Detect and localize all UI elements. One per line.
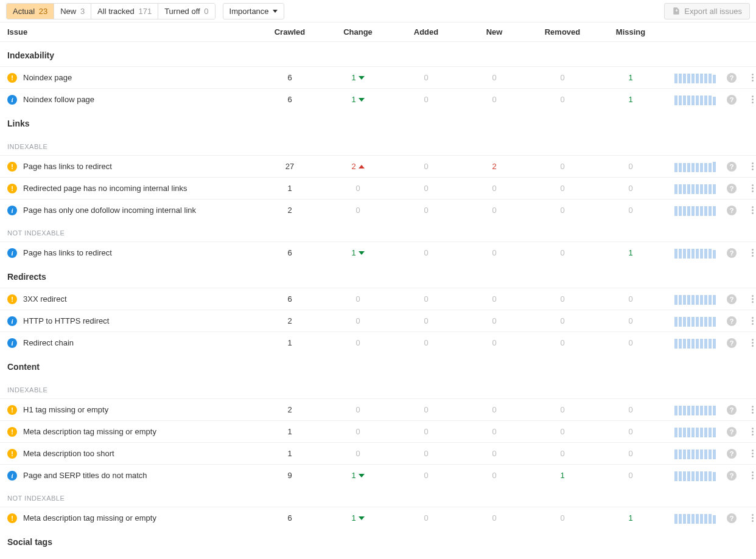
col-issue[interactable]: Issue: [6, 27, 256, 36]
issue-row[interactable]: !3XX redirect600000?: [0, 288, 756, 310]
help-icon[interactable]: ?: [727, 449, 737, 459]
more-menu-icon[interactable]: [747, 513, 756, 523]
cell-change: 0: [324, 449, 392, 458]
cell-new: 0: [460, 338, 528, 347]
cell-change: 0: [324, 184, 392, 193]
issue-row[interactable]: iRedirect chain100000?: [0, 332, 756, 353]
issue-row[interactable]: !Meta description too short100000?: [0, 442, 756, 464]
more-menu-icon[interactable]: [747, 73, 756, 83]
tab-new[interactable]: New 3: [54, 4, 91, 19]
help-icon[interactable]: ?: [727, 206, 737, 215]
cell-new: 0: [460, 294, 528, 304]
cell-missing: 0: [597, 471, 665, 480]
group-header: Content: [0, 353, 756, 378]
cell-new: 0: [460, 471, 528, 480]
help-icon[interactable]: ?: [727, 294, 737, 304]
cell-change: 1: [324, 248, 392, 257]
cell-crawled: 1: [256, 184, 324, 193]
col-crawled[interactable]: Crawled: [256, 27, 324, 36]
help-icon[interactable]: ?: [727, 95, 737, 105]
sparkline: [674, 513, 716, 524]
issue-row[interactable]: !H1 tag missing or empty200000?: [0, 398, 756, 420]
cell-removed: 0: [528, 405, 597, 414]
col-removed[interactable]: Removed: [528, 27, 597, 36]
help-icon[interactable]: ?: [727, 316, 737, 326]
sort-dropdown[interactable]: Importance: [223, 3, 284, 19]
col-added[interactable]: Added: [392, 27, 460, 36]
issue-row[interactable]: iPage has links to redirect610001?: [0, 241, 756, 263]
more-menu-icon[interactable]: [747, 405, 756, 415]
issue-row[interactable]: iPage has only one dofollow incoming int…: [0, 199, 756, 221]
tab-count: 0: [204, 7, 208, 16]
help-icon[interactable]: ?: [727, 513, 737, 523]
cell-removed: 0: [528, 427, 597, 436]
toolbar: Actual 23New 3All tracked 171Turned off …: [0, 0, 756, 22]
cell-removed: 0: [528, 162, 597, 171]
tab-label: Actual: [13, 7, 35, 16]
more-menu-icon[interactable]: [747, 471, 756, 481]
cell-crawled: 2: [256, 206, 324, 215]
tab-all-tracked[interactable]: All tracked 171: [91, 4, 158, 19]
issue-name: 3XX redirect: [23, 294, 67, 304]
sparkline: [674, 183, 716, 194]
more-menu-icon[interactable]: [747, 338, 756, 348]
issue-row[interactable]: !Meta description tag missing or empty61…: [0, 507, 756, 529]
cell-issue: iNoindex follow page: [6, 95, 256, 105]
tab-actual[interactable]: Actual 23: [7, 4, 54, 19]
export-label: Export all issues: [684, 7, 742, 16]
group-header: Links: [0, 110, 756, 134]
issue-name: Noindex page: [23, 73, 72, 82]
sparkline: [674, 94, 716, 105]
cell-added: 0: [392, 471, 460, 480]
info-icon: i: [7, 471, 17, 481]
more-menu-icon[interactable]: [747, 449, 756, 459]
trend-down-icon: [359, 76, 365, 80]
more-menu-icon[interactable]: [747, 184, 756, 193]
help-icon[interactable]: ?: [727, 248, 737, 258]
cell-issue: !Page has links to redirect: [6, 162, 256, 172]
more-menu-icon[interactable]: [747, 206, 756, 215]
help-icon[interactable]: ?: [727, 405, 737, 415]
issue-row[interactable]: iHTTP to HTTPS redirect200000?: [0, 310, 756, 332]
cell-change: 2: [324, 162, 392, 171]
help-icon[interactable]: ?: [727, 338, 737, 348]
issue-row[interactable]: iNoindex follow page610001?: [0, 88, 756, 110]
cell-new: 0: [460, 248, 528, 257]
export-icon: [672, 7, 681, 15]
more-menu-icon[interactable]: [747, 162, 756, 172]
cell-removed: 0: [528, 95, 597, 104]
more-menu-icon[interactable]: [747, 248, 756, 258]
issue-row[interactable]: iPage and SERP titles do not match910010…: [0, 464, 756, 486]
cell-missing: 0: [597, 405, 665, 414]
more-menu-icon[interactable]: [747, 294, 756, 304]
cell-added: 0: [392, 338, 460, 347]
more-menu-icon[interactable]: [747, 316, 756, 326]
cell-missing: 0: [597, 449, 665, 458]
issue-row[interactable]: !Page has links to redirect2720200?: [0, 155, 756, 177]
tab-turned-off[interactable]: Turned off 0: [158, 4, 214, 19]
col-change[interactable]: Change: [324, 27, 392, 36]
info-icon: i: [7, 338, 17, 348]
help-icon[interactable]: ?: [727, 471, 737, 481]
cell-crawled: 1: [256, 427, 324, 436]
help-icon[interactable]: ?: [727, 427, 737, 437]
more-menu-icon[interactable]: [747, 427, 756, 437]
export-button[interactable]: Export all issues: [664, 3, 750, 19]
cell-change: 0: [324, 405, 392, 414]
sparkline: [674, 404, 716, 415]
issue-row[interactable]: !Redirected page has no incoming interna…: [0, 177, 756, 199]
help-icon[interactable]: ?: [727, 162, 737, 172]
trend-down-icon: [359, 98, 365, 102]
issue-row[interactable]: !Noindex page610001?: [0, 66, 756, 88]
issue-row[interactable]: !Meta description tag missing or empty10…: [0, 420, 756, 442]
cell-missing: 1: [597, 95, 665, 104]
col-new[interactable]: New: [460, 27, 528, 36]
cell-change: 0: [324, 338, 392, 347]
more-menu-icon[interactable]: [747, 95, 756, 105]
cell-removed: 0: [528, 338, 597, 347]
cell-missing: 1: [597, 73, 665, 82]
cell-missing: 0: [597, 162, 665, 171]
col-missing[interactable]: Missing: [597, 27, 665, 36]
help-icon[interactable]: ?: [727, 73, 737, 83]
help-icon[interactable]: ?: [727, 184, 737, 193]
